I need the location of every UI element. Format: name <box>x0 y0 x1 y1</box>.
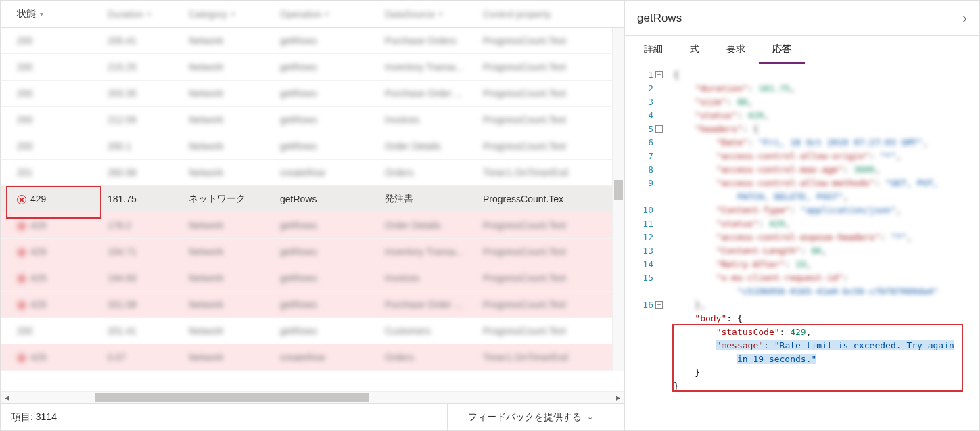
table-row[interactable]: 200200.1NetworkgetRowsOrder DetailsProgr… <box>1 133 624 160</box>
chevron-right-icon[interactable]: › <box>962 10 967 26</box>
scroll-left-icon[interactable]: ◂ <box>1 392 13 403</box>
table-row[interactable]: 200215.25NetworkgetRowsInventory Transa.… <box>1 54 624 81</box>
fold-icon[interactable]: − <box>655 125 663 133</box>
cell-datasource: Invoices <box>385 273 483 283</box>
column-category[interactable]: Category▾ <box>189 9 280 20</box>
cell-datasource: Invoices <box>385 114 483 125</box>
cell-category: Network <box>189 220 280 231</box>
cell-operation: createRow <box>280 352 385 363</box>
column-datasource[interactable]: DataSource▾ <box>385 9 483 20</box>
cell-control: ProgressCount.Text <box>483 114 584 125</box>
cell-operation: getRows <box>280 114 385 125</box>
cell-operation: getRows <box>280 141 385 152</box>
error-icon <box>17 195 26 204</box>
cell-status: 200 <box>17 114 108 125</box>
cell-status: 200 <box>17 325 108 336</box>
scroll-right-icon[interactable]: ▸ <box>612 392 624 403</box>
fold-icon[interactable]: − <box>655 301 663 309</box>
table-row[interactable]: 201260.98NetworkcreateRowOrdersTimer1.On… <box>1 160 624 186</box>
table-row[interactable]: 429178.2NetworkgetRowsOrder DetailsProgr… <box>1 212 624 239</box>
column-duration[interactable]: Duration▾ <box>108 9 189 20</box>
table-row[interactable]: 4290.07NetworkcreateRowOrdersTimer1.OnTi… <box>1 344 624 371</box>
fold-icon[interactable]: − <box>655 71 663 78</box>
cell-duration: 201.08 <box>108 299 189 310</box>
column-operation[interactable]: Operation▾ <box>280 9 385 20</box>
chevron-down-icon: ⌄ <box>587 413 593 422</box>
cell-duration: 260.98 <box>108 167 189 178</box>
cell-category: Network <box>189 352 280 363</box>
cell-duration: 203.35 <box>108 88 189 99</box>
cell-operation: getRows <box>280 88 385 99</box>
scrollbar-vertical[interactable] <box>612 28 624 371</box>
code-line: "statusCode": 429, <box>674 325 979 339</box>
tab-response[interactable]: 応答 <box>759 36 805 64</box>
cell-operation: getRows <box>280 325 385 336</box>
cell-status: 429 <box>17 273 108 283</box>
scrollbar-thumb[interactable] <box>614 180 623 200</box>
cell-datasource: Orders <box>385 167 483 178</box>
cell-category: Network <box>189 114 280 125</box>
code-line: "body": { <box>674 312 979 325</box>
tab-request[interactable]: 要求 <box>713 36 759 64</box>
cell-category: Network <box>189 141 280 152</box>
cell-category: Network <box>189 325 280 336</box>
cell-control: ProgressCount.Text <box>483 299 584 310</box>
cell-duration: 200.1 <box>108 141 189 152</box>
cell-control: Timer1.OnTimerEnd <box>483 167 584 178</box>
scrollbar-thumb[interactable] <box>95 393 369 402</box>
item-count: 項目: 3114 <box>11 411 57 424</box>
cell-status: 200 <box>17 62 108 72</box>
cell-duration: 212.59 <box>108 114 189 125</box>
feedback-button[interactable]: フィードバックを提供する ⌄ <box>447 404 613 430</box>
cell-control: ProgressCount.Text <box>483 62 584 72</box>
cell-category: Network <box>189 299 280 310</box>
cell-category: Network <box>189 273 280 283</box>
table-row[interactable]: 200212.59NetworkgetRowsInvoicesProgressC… <box>1 107 624 133</box>
table-row[interactable]: 200203.35NetworkgetRowsPurchase Order ..… <box>1 81 624 107</box>
cell-operation: getRows <box>280 299 385 310</box>
cell-control: ProgressCount.Text <box>483 273 584 283</box>
cell-status: 429 <box>17 194 108 204</box>
table-row[interactable]: 429194.83NetworkgetRowsInvoicesProgressC… <box>1 265 624 292</box>
cell-control: ProgressCount.Text <box>483 246 584 257</box>
cell-datasource: Purchase Orders <box>385 35 483 46</box>
cell-operation: getRows <box>280 194 385 204</box>
cell-status: 429 <box>17 220 108 231</box>
cell-control: ProgressCount.Text <box>483 220 584 231</box>
tab-formula[interactable]: 式 <box>676 36 713 64</box>
code-area[interactable]: 1−2345−678910111213141516− { "duration":… <box>625 64 979 430</box>
table-row[interactable]: 200205.41NetworkgetRowsPurchase OrdersPr… <box>1 28 624 54</box>
error-icon <box>17 353 26 363</box>
feedback-label: フィードバックを提供する <box>468 411 582 424</box>
table-row[interactable]: 200201.41NetworkgetRowsCustomersProgress… <box>1 318 624 344</box>
cell-status: 429 <box>17 299 108 310</box>
code-line: } <box>674 380 979 393</box>
cell-duration: 178.2 <box>108 220 189 231</box>
cell-duration: 194.71 <box>108 246 189 257</box>
table-row[interactable]: 429181.75ネットワークgetRows発注書ProgressCount.T… <box>1 186 624 212</box>
tab-detail[interactable]: 詳細 <box>630 36 676 64</box>
code-line: "message": "Rate limit is exceeded. Try … <box>674 339 979 353</box>
cell-category: Network <box>189 88 280 99</box>
cell-control: ProgressCount.Tex <box>483 194 584 204</box>
cell-operation: createRow <box>280 167 385 178</box>
table-body[interactable]: 200205.41NetworkgetRowsPurchase OrdersPr… <box>1 28 624 391</box>
cell-category: Network <box>189 167 280 178</box>
cell-datasource: 発注書 <box>385 193 483 205</box>
cell-duration: 0.07 <box>108 352 189 363</box>
cell-datasource: Customers <box>385 325 483 336</box>
cell-duration: 181.75 <box>108 194 189 204</box>
cell-control: ProgressCount.Text <box>483 35 584 46</box>
scrollbar-horizontal[interactable]: ◂ ▸ <box>1 391 624 403</box>
table-row[interactable]: 429201.08NetworkgetRowsPurchase Order ..… <box>1 292 624 318</box>
cell-status: 429 <box>17 352 108 363</box>
cell-datasource: Inventory Transa... <box>385 246 483 257</box>
column-status[interactable]: 状態▾ <box>17 8 108 20</box>
column-control[interactable]: Control property <box>483 9 584 20</box>
error-icon <box>17 221 26 231</box>
error-icon <box>17 274 26 283</box>
cell-status: 429 <box>17 246 108 257</box>
footer: 項目: 3114 フィードバックを提供する ⌄ <box>1 403 624 430</box>
table-row[interactable]: 429194.71NetworkgetRowsInventory Transa.… <box>1 239 624 265</box>
cell-datasource: Purchase Order ... <box>385 88 483 99</box>
